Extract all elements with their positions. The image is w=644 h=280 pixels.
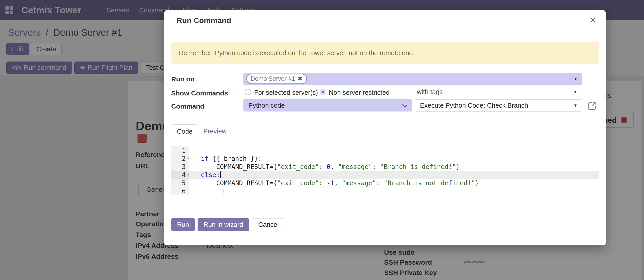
modal-header: Run Command ✕ [164,10,606,33]
run-button[interactable]: Run [171,218,195,231]
with-tags-select[interactable]: with tags ▼ [412,86,582,98]
close-icon[interactable]: ✕ [589,16,596,25]
label-show-commands: Show Commands [171,89,228,97]
gutter-line-number: 2▾ [171,155,189,163]
fold-arrow-icon[interactable]: ▾ [188,172,190,177]
run-in-wizard-button[interactable]: Run in wizard [198,218,249,231]
command-name-value: Execute Python Code: Check Branch [420,102,528,109]
tag-remove-icon[interactable]: ✖ [298,76,302,82]
caret-down-icon: ▼ [574,76,578,81]
radio-for-selected-servers-label[interactable]: For selected server(s) [254,89,318,96]
cancel-button[interactable]: Cancel [252,218,285,231]
fold-arrow-icon[interactable]: ▾ [188,156,190,160]
warning-text: Remember: Python code is executed on the… [179,49,414,57]
modal-footer: Run Run in wizard Cancel [171,218,285,231]
screen: Cetmix Tower Servers Commands Files Tool… [0,0,644,280]
editor-line-4[interactable]: 4▾else: [171,171,599,179]
command-name-select[interactable]: Execute Python Code: Check Branch ▼ [415,99,582,111]
warning-alert: Remember: Python code is executed on the… [171,42,599,64]
text-cursor [220,172,220,178]
label-run-on: Run on [171,75,194,83]
radio-for-selected-servers[interactable] [245,89,251,95]
run-on-select[interactable]: Demo Server #1 ✖ ▼ [244,73,582,85]
code-editor[interactable]: 12▾if {{ branch }}:3 COMMAND_RESULT={"ex… [171,146,599,197]
server-tag: Demo Server #1 ✖ [246,74,307,84]
command-type-value: Python code [248,102,285,109]
gutter-line-number: 3 [171,163,189,171]
with-tags-value: with tags [417,88,442,96]
chevron-down-icon [402,102,407,107]
gutter-line-number: 5 [171,179,189,187]
editor-line-3[interactable]: 3 COMMAND_RESULT={"exit_code": 0, "messa… [171,163,599,171]
tabs-divider [171,138,599,138]
gutter-line-number: 6 [171,187,189,195]
external-link-icon[interactable] [587,101,598,111]
label-command: Command [171,102,204,110]
radio-non-server-restricted[interactable] [320,89,326,95]
editor-line-6[interactable]: 6 [171,187,599,195]
server-tag-label: Demo Server #1 [251,75,295,82]
caret-down-icon: ▼ [573,90,578,94]
radio-non-server-restricted-label[interactable]: Non server restricted [329,89,390,96]
command-type-select[interactable]: Python code [244,99,412,111]
run-command-modal: Run Command ✕ Remember: Python code is e… [164,10,606,245]
gutter-line-number: 1 [171,146,189,155]
tab-preview[interactable]: Preview [200,124,230,138]
form-label-divider [240,72,240,114]
caret-down-icon: ▼ [573,103,578,108]
modal-title: Run Command [176,16,231,25]
editor-line-2[interactable]: 2▾if {{ branch }}: [171,155,599,163]
editor-line-5[interactable]: 5 COMMAND_RESULT={"exit_code": -1, "mess… [171,179,599,187]
gutter-line-number: 4▾ [171,171,189,179]
tab-code[interactable]: Code [171,124,198,138]
editor-line-1[interactable]: 1 [171,146,599,155]
